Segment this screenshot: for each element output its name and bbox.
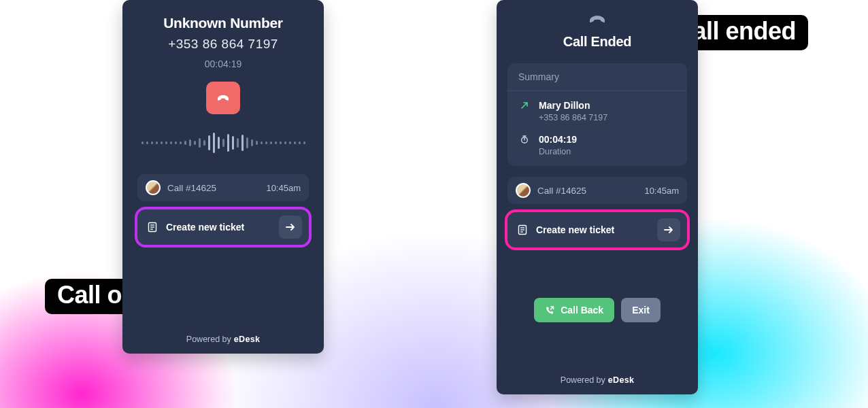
call-ended-title: Call Ended bbox=[563, 34, 631, 50]
ticket-time: 10:45am bbox=[644, 186, 679, 196]
hangup-button[interactable] bbox=[206, 82, 240, 114]
exit-button[interactable]: Exit bbox=[621, 298, 661, 322]
exit-label: Exit bbox=[632, 305, 650, 316]
phone-hangup-icon bbox=[215, 90, 231, 106]
footer: Powered by eDesk bbox=[497, 375, 698, 385]
recent-ticket-card[interactable]: Call #14625 10:45am bbox=[507, 177, 687, 204]
call-panel-ended: Call Ended Summary Mary Dillon +353 86 8… bbox=[497, 0, 698, 394]
recent-ticket-card[interactable]: Call #14625 10:45am bbox=[137, 174, 309, 201]
summary-header: Summary bbox=[507, 63, 687, 91]
create-ticket-label: Create new ticket bbox=[536, 224, 649, 235]
caller-avatar bbox=[516, 183, 531, 198]
audio-waveform bbox=[135, 129, 312, 156]
document-icon bbox=[147, 222, 158, 233]
summary-card: Summary Mary Dillon +353 86 864 7197 00:… bbox=[507, 63, 687, 166]
create-ticket-button[interactable]: Create new ticket bbox=[507, 212, 687, 248]
ticket-time: 10:45am bbox=[266, 183, 301, 193]
footer-prefix: Powered by bbox=[186, 335, 231, 344]
create-ticket-button[interactable]: Create new ticket bbox=[137, 209, 309, 245]
arrow-right-icon bbox=[284, 221, 297, 233]
caller-name: Unknown Number bbox=[163, 15, 282, 31]
footer-brand: eDesk bbox=[234, 335, 260, 344]
summary-caller-number: +353 86 864 7197 bbox=[539, 113, 607, 122]
ticket-id-label: Call #14625 bbox=[537, 186, 637, 196]
phone-callback-icon bbox=[545, 305, 555, 316]
summary-duration-label: Duration bbox=[539, 147, 577, 156]
call-panel-ongoing: Unknown Number +353 86 864 7197 00:04:19… bbox=[122, 0, 324, 354]
call-back-button[interactable]: Call Back bbox=[534, 298, 614, 322]
summary-caller-name: Mary Dillon bbox=[539, 99, 607, 112]
stopwatch-icon bbox=[518, 135, 531, 144]
ticket-id-label: Call #14625 bbox=[167, 183, 259, 193]
outgoing-arrow-icon bbox=[518, 101, 531, 110]
caller-avatar bbox=[146, 180, 161, 195]
create-ticket-label: Create new ticket bbox=[166, 222, 271, 233]
action-buttons: Call Back Exit bbox=[534, 298, 661, 322]
summary-duration-row: 00:04:19 Duration bbox=[507, 125, 687, 166]
summary-duration-value: 00:04:19 bbox=[539, 133, 577, 146]
create-ticket-arrow[interactable] bbox=[279, 216, 302, 239]
footer-brand: eDesk bbox=[608, 375, 634, 385]
call-ended-icon bbox=[588, 12, 607, 29]
create-ticket-arrow[interactable] bbox=[657, 218, 680, 241]
footer-prefix: Powered by bbox=[561, 375, 605, 385]
call-back-label: Call Back bbox=[561, 305, 603, 316]
arrow-right-icon bbox=[663, 224, 675, 236]
caller-number: +353 86 864 7197 bbox=[168, 37, 278, 52]
footer: Powered by eDesk bbox=[122, 335, 324, 344]
document-icon bbox=[517, 224, 528, 235]
summary-caller-row: Mary Dillon +353 86 864 7197 bbox=[507, 91, 687, 125]
call-duration: 00:04:19 bbox=[205, 58, 242, 69]
